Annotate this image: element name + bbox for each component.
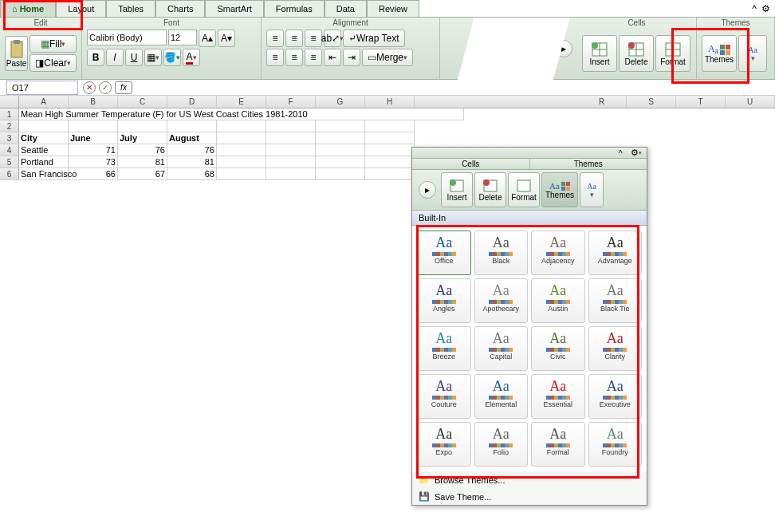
delete-button[interactable]: Delete (619, 35, 654, 72)
theme-item-essential[interactable]: AaEssential (531, 374, 585, 419)
insert-button[interactable]: Insert (582, 35, 617, 72)
tab-data[interactable]: Data (325, 0, 367, 17)
cell[interactable]: 81 (118, 156, 167, 168)
fx-button[interactable]: fx (115, 81, 132, 94)
popup-expand-button[interactable]: ▸ (419, 181, 436, 199)
grow-font-button[interactable]: A▴ (199, 30, 216, 47)
fill-button[interactable]: ▦ Fill ▾ (30, 35, 77, 53)
align-bottom-button[interactable]: ≡ (305, 30, 322, 47)
cell[interactable]: 68 (167, 168, 217, 180)
cell[interactable]: 76 (167, 144, 217, 156)
popup-format-button[interactable]: Format (508, 172, 540, 207)
align-center-button[interactable]: ≡ (285, 49, 303, 66)
theme-item-apothecary[interactable]: AaApothecary (474, 278, 529, 323)
underline-button[interactable]: U (125, 49, 143, 66)
col-header[interactable]: S (627, 96, 676, 108)
cell[interactable]: July (118, 132, 167, 144)
theme-item-angles[interactable]: AaAngles (417, 278, 471, 323)
row-header[interactable]: 5 (0, 156, 19, 168)
tab-home[interactable]: ⌂Home (0, 0, 56, 17)
cell[interactable] (19, 120, 69, 132)
theme-item-civic[interactable]: AaCivic (531, 326, 585, 371)
font-size-select[interactable] (168, 30, 197, 45)
fill-color-button[interactable]: 🪣▾ (163, 49, 181, 66)
col-header[interactable]: C (118, 96, 167, 108)
row-header[interactable]: 6 (0, 168, 19, 180)
col-header[interactable]: U (726, 96, 775, 108)
theme-item-advantage[interactable]: AaAdvantage (588, 231, 643, 275)
popup-delete-button[interactable]: Delete (474, 172, 506, 207)
col-header[interactable]: A (19, 96, 69, 108)
wrap-text-button[interactable]: ⤶ Wrap Text (343, 30, 405, 47)
cell[interactable]: Mean High Summer Temperature (F) for US … (19, 108, 464, 120)
col-header[interactable]: B (69, 96, 118, 108)
cell[interactable]: 73 (69, 156, 118, 168)
popup-insert-button[interactable]: Insert (441, 172, 473, 207)
theme-item-elemental[interactable]: AaElemental (474, 374, 529, 419)
indent-increase-button[interactable]: ⇥ (343, 49, 360, 66)
save-theme-button[interactable]: 💾Save Theme... (412, 488, 647, 505)
paste-button[interactable]: Paste (5, 36, 28, 71)
shrink-font-button[interactable]: A▾ (218, 30, 235, 47)
tab-smartart[interactable]: SmartArt (205, 0, 263, 17)
cell[interactable]: Seattle (19, 144, 69, 156)
italic-button[interactable]: I (106, 49, 124, 66)
cell[interactable]: 81 (167, 156, 217, 168)
theme-fonts-button[interactable]: Aa▾ (738, 35, 767, 72)
col-header[interactable]: H (365, 96, 415, 108)
col-header[interactable]: T (676, 96, 726, 108)
tab-charts[interactable]: Charts (155, 0, 205, 17)
name-box[interactable]: O17 (6, 81, 78, 95)
cell[interactable]: August (167, 132, 217, 144)
col-header[interactable]: F (266, 96, 316, 108)
theme-item-office[interactable]: AaOffice (417, 231, 471, 275)
cell[interactable]: 67 (118, 168, 167, 180)
popup-themes-button[interactable]: Aa Themes (541, 172, 578, 207)
align-top-button[interactable]: ≡ (266, 30, 284, 47)
theme-item-clarity[interactable]: AaClarity (588, 326, 643, 371)
collapse-ribbon-icon[interactable]: ^ (752, 3, 757, 14)
theme-item-austin[interactable]: AaAustin (531, 278, 585, 323)
browse-themes-button[interactable]: 📁Browse Themes... (412, 471, 647, 488)
tab-formulas[interactable]: Formulas (264, 0, 325, 17)
col-header[interactable]: E (217, 96, 266, 108)
theme-item-black-tie[interactable]: AaBlack Tie (588, 278, 643, 323)
theme-item-foundry[interactable]: AaFoundry (588, 422, 643, 467)
tab-tables[interactable]: Tables (106, 0, 155, 17)
border-button[interactable]: ▦▾ (144, 49, 162, 66)
cell[interactable]: 71 (69, 144, 118, 156)
cell[interactable]: June (69, 132, 118, 144)
cell[interactable]: City (19, 132, 69, 144)
settings-gear-icon[interactable]: ⚙ (761, 3, 770, 14)
theme-item-expo[interactable]: AaExpo (417, 422, 471, 467)
theme-item-executive[interactable]: AaExecutive (588, 374, 643, 419)
theme-item-black[interactable]: AaBlack (474, 231, 529, 275)
orientation-button[interactable]: ab⤢▾ (324, 30, 341, 47)
align-middle-button[interactable]: ≡ (285, 30, 303, 47)
row-header[interactable]: 1 (0, 108, 19, 120)
row-header[interactable]: 2 (0, 120, 19, 132)
bold-button[interactable]: B (87, 49, 104, 66)
theme-item-couture[interactable]: AaCouture (417, 374, 471, 419)
cell[interactable]: 76 (118, 144, 167, 156)
font-color-button[interactable]: A▾ (183, 49, 200, 66)
cell[interactable]: San Francisco (19, 168, 69, 180)
tab-layout[interactable]: Layout (56, 0, 106, 17)
clear-button[interactable]: ◨ Clear ▾ (30, 54, 77, 72)
popup-collapse-button[interactable]: ^ (615, 148, 626, 159)
theme-item-folio[interactable]: AaFolio (474, 422, 529, 467)
confirm-formula-button[interactable]: ✓ (99, 81, 112, 94)
cell[interactable]: 66 (69, 168, 118, 180)
format-button[interactable]: Format (655, 35, 690, 72)
font-name-select[interactable] (87, 30, 167, 45)
row-header[interactable]: 3 (0, 132, 19, 144)
cell[interactable]: Portland (19, 156, 69, 168)
col-header[interactable]: R (577, 96, 627, 108)
themes-button[interactable]: Aa Themes (702, 35, 737, 72)
indent-decrease-button[interactable]: ⇤ (324, 49, 341, 66)
theme-item-formal[interactable]: AaFormal (531, 422, 585, 467)
theme-item-capital[interactable]: AaCapital (474, 326, 529, 371)
theme-item-breeze[interactable]: AaBreeze (417, 326, 471, 371)
row-header[interactable]: 4 (0, 144, 19, 156)
align-right-button[interactable]: ≡ (305, 49, 322, 66)
